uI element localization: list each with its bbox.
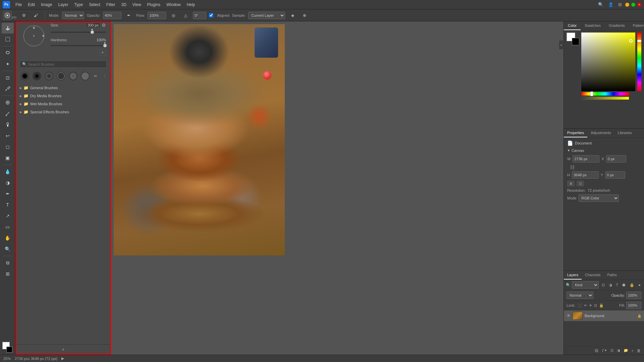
menu-help[interactable]: Help [184,1,198,8]
filter-adjust-icon[interactable]: ◑ [607,282,613,288]
artboard-tool[interactable]: ⧉ [2,257,14,268]
vertical-hue-handle[interactable] [637,40,641,42]
vertical-hue-bar[interactable] [637,33,641,91]
new-layer-btn[interactable]: + [630,348,635,353]
airbrush-icon[interactable]: ◎ [169,11,178,20]
brush-preset-medium[interactable] [44,71,54,81]
menu-type[interactable]: Type [71,1,86,8]
image-size-btn[interactable]: ⊡ [577,181,584,186]
link-layers-btn[interactable]: ⛓ [593,348,600,353]
brush-type-pencil[interactable]: ✏ [92,73,99,79]
filter-shape-icon[interactable]: ⬟ [621,282,627,288]
menu-filter[interactable]: Filter [104,1,118,8]
search-button[interactable]: 🔍 [597,1,605,8]
brush-preset-hard-round[interactable] [20,71,30,81]
path-selection-tool[interactable]: ↗ [2,210,14,221]
canvas-section-header[interactable]: ▼ Canvas [567,148,641,153]
lock-artboard-icon[interactable]: ⊡ [594,303,597,308]
gradients-tab[interactable]: Gradients [605,21,629,30]
filter-text-icon[interactable]: T [615,282,620,288]
opacity-input[interactable] [103,12,121,19]
gradient-tool[interactable]: ▣ [2,153,14,163]
x-input[interactable] [606,155,626,163]
brush-group-general-header[interactable]: ▶ 📁 General Brushes [16,84,110,92]
history-brush-tool[interactable]: ↩ [2,130,14,141]
brush-preset-4[interactable] [56,71,66,81]
frame-tool[interactable]: ⊞ [2,268,14,279]
search-input-wrap[interactable]: 🔍 [20,61,107,68]
filter-toggle[interactable]: ● [637,282,642,288]
add-brush-preset-btn[interactable]: + [99,49,106,56]
adjustments-tab[interactable]: Adjustments [587,129,614,137]
brush-preset-soft-round[interactable] [32,71,42,81]
libraries-tab[interactable]: Libraries [614,129,635,137]
lasso-tool[interactable] [2,48,14,58]
brush-view-icon[interactable]: ⋮ [103,74,107,78]
patterns-tab[interactable]: Patterns [629,21,644,30]
aligned-checkbox[interactable] [209,13,213,17]
background-color[interactable] [572,38,579,45]
size-slider-handle[interactable] [91,31,94,34]
layer-background[interactable]: 👁 Background 🔒 [564,310,644,321]
delete-layer-btn[interactable]: 🗑 [636,348,642,353]
brush-group-special-header[interactable]: ▶ 📁 Special Effects Brushes [16,108,110,116]
eraser-tool[interactable]: ◻ [2,141,14,152]
fg-bg-swatches[interactable] [567,33,579,45]
canvas-size-btn[interactable]: ⊞ [567,181,575,186]
account-button[interactable]: 👤 [607,1,615,8]
hand-tool[interactable]: ✋ [2,233,14,243]
height-input[interactable] [572,171,599,179]
layer-kind-select[interactable]: Kind [572,281,599,289]
panels-button[interactable]: ⊞ [617,1,623,8]
color-gradient-area[interactable] [581,33,635,100]
fg-bg-color-swatch[interactable] [2,341,14,353]
add-mask-btn[interactable]: ⊡ [609,348,615,353]
spot-healing-tool[interactable] [2,97,14,108]
hue-slider-handle[interactable] [590,92,593,96]
brush-crosshair[interactable] [42,35,44,37]
opacity-slider[interactable] [581,97,629,100]
brush-tool[interactable] [2,108,14,119]
blend-mode-select[interactable]: Normal [567,292,593,299]
flow-input[interactable] [148,12,166,19]
menu-plugins[interactable]: Plugins [145,1,163,8]
layer-visibility-icon[interactable]: 👁 [567,313,571,318]
opacity-value-input[interactable] [626,292,641,299]
brush-tool-icon[interactable] [3,11,12,20]
magic-wand-tool[interactable]: ✦ [2,59,14,69]
mode-select[interactable]: Normal [62,12,84,19]
color-spectrum-box[interactable] [581,33,635,91]
menu-image[interactable]: Image [38,1,55,8]
pressure-opacity-icon[interactable]: ✒ [124,11,133,20]
maximize-button[interactable]: □ [631,3,635,7]
menu-window[interactable]: Window [164,1,183,8]
lock-pixels-icon[interactable]: ⬛ [577,303,582,308]
filter-smart-icon[interactable]: 🔒 [628,282,636,288]
canvas-area[interactable] [111,21,564,355]
lock-all-icon[interactable]: 🔒 [599,303,604,308]
heal-icon[interactable]: ⊕ [300,11,309,20]
brush-settings-gear[interactable]: ⚙ [102,22,106,28]
sample-select[interactable]: Current Layer [248,12,285,19]
angle-input[interactable] [193,12,206,19]
menu-file[interactable]: File [13,1,24,8]
minimize-button[interactable]: — [625,3,629,7]
brush-group-wet-header[interactable]: ▶ 📁 Wet Media Brushes [16,100,110,108]
sample-all-icon[interactable]: ◈ [288,11,297,20]
add-fx-btn[interactable]: ƒ✦ [600,348,608,353]
move-tool[interactable] [2,23,14,34]
brush-preset-soft[interactable] [68,71,78,81]
properties-tab[interactable]: Properties [564,129,587,137]
brush-preset-icon[interactable]: 🖌 [31,11,41,20]
color-tab[interactable]: Color [564,21,581,30]
filter-pixel-icon[interactable]: ⊡ [600,282,606,288]
menu-select[interactable]: Select [86,1,103,8]
brush-group-dry-header[interactable]: ▶ 📁 Dry Media Brushes [16,92,110,100]
hue-slider[interactable] [581,92,629,96]
lock-position-icon[interactable]: ✏ [584,303,587,308]
color-picker-cursor[interactable] [629,39,633,43]
text-tool[interactable]: T [2,199,14,210]
paths-tab[interactable]: Paths [604,271,620,280]
menu-3d[interactable]: 3D [118,1,129,8]
clone-stamp-tool[interactable] [2,119,14,130]
